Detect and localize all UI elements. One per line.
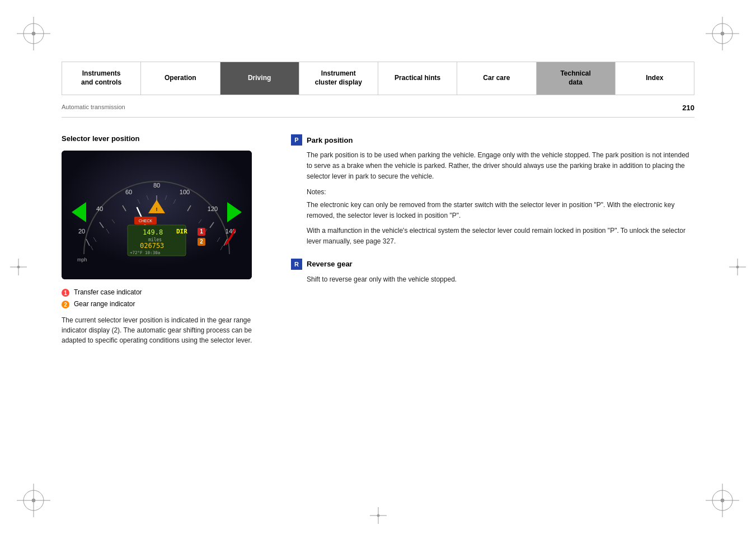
svg-text:+72°F  10:30a: +72°F 10:30a (130, 250, 160, 255)
park-note-1: The electronic key can only be removed f… (307, 200, 694, 221)
item-1-label: Transfer case indicator (74, 288, 142, 296)
numbered-items: 1 Transfer case indicator 2 Gear range i… (62, 288, 274, 308)
right-column: P Park position The park position is to … (291, 134, 694, 345)
corner-decoration-bl (17, 484, 50, 517)
park-note-2: With a malfunction in the vehicle's elec… (307, 226, 694, 247)
reverse-title: Reverse gear (307, 260, 353, 268)
svg-point-7 (721, 32, 724, 35)
svg-text:120: 120 (208, 205, 218, 212)
svg-text:CHECK: CHECK (139, 219, 153, 223)
item-2-label: Gear range indicator (74, 300, 135, 308)
park-title: Park position (307, 136, 353, 144)
park-header: P Park position (291, 134, 694, 146)
svg-text:40: 40 (96, 205, 103, 212)
section-description: The current selector lever position is i… (62, 315, 274, 345)
nav-index[interactable]: Index (616, 62, 694, 95)
svg-text:149.8: 149.8 (143, 228, 163, 236)
park-notes-label: Notes: (307, 187, 694, 198)
side-crosshair-bottom (370, 507, 387, 524)
svg-text:100: 100 (180, 189, 190, 195)
navbar: Instruments and controls Operation Drivi… (62, 62, 694, 95)
svg-text:80: 80 (153, 182, 160, 189)
svg-text:DIR: DIR (176, 228, 187, 235)
svg-text:026753: 026753 (140, 242, 164, 250)
cluster-image: 20 40 60 80 100 120 140 (62, 151, 252, 279)
svg-text:mph: mph (77, 257, 87, 263)
page-content: Automatic transmission 210 Selector leve… (62, 104, 694, 478)
park-badge: P (291, 134, 302, 146)
main-layout: Selector lever position 20 40 (62, 134, 694, 345)
svg-point-24 (377, 514, 379, 517)
item-2-badge: 2 (62, 301, 69, 308)
nav-car-care[interactable]: Car care (457, 62, 536, 95)
reverse-header: R Reverse gear (291, 259, 694, 270)
left-column: Selector lever position 20 40 (62, 134, 274, 345)
page-number: 210 (682, 104, 694, 112)
corner-decoration-tl (17, 17, 50, 50)
section-title: Selector lever position (62, 134, 274, 143)
svg-rect-26 (62, 151, 252, 279)
park-description: The park position is to be used when par… (307, 150, 694, 182)
svg-text:!: ! (156, 207, 158, 212)
item-2: 2 Gear range indicator (62, 300, 274, 308)
nav-practical-hints[interactable]: Practical hints (378, 62, 457, 95)
reverse-description: Shift to reverse gear only with the vehi… (307, 274, 694, 285)
side-crosshair-right (729, 259, 746, 275)
svg-point-15 (721, 499, 724, 502)
nav-instrument-cluster-display[interactable]: Instrument cluster display (299, 62, 378, 95)
svg-text:1: 1 (200, 228, 203, 235)
nav-operation[interactable]: Operation (141, 62, 220, 95)
reverse-section: R Reverse gear Shift to reverse gear onl… (291, 259, 694, 285)
svg-point-3 (32, 32, 35, 35)
breadcrumb: Automatic transmission (62, 104, 694, 110)
svg-point-11 (32, 499, 35, 502)
svg-text:2: 2 (200, 238, 203, 245)
svg-text:60: 60 (125, 189, 132, 195)
nav-instruments-and-controls[interactable]: Instruments and controls (62, 62, 141, 95)
reverse-body: Shift to reverse gear only with the vehi… (291, 274, 694, 285)
reverse-badge: R (291, 259, 302, 270)
nav-technical-data[interactable]: Technical data (537, 62, 616, 95)
svg-point-21 (736, 266, 739, 268)
corner-decoration-tr (706, 17, 739, 50)
item-1-badge: 1 (62, 289, 69, 297)
corner-decoration-br (706, 484, 739, 517)
svg-point-18 (17, 266, 20, 268)
svg-text:20: 20 (78, 228, 85, 235)
park-body: The park position is to be used when par… (291, 150, 694, 247)
nav-driving[interactable]: Driving (220, 62, 299, 95)
park-section: P Park position The park position is to … (291, 134, 694, 247)
side-crosshair-left (10, 259, 27, 275)
item-1: 1 Transfer case indicator (62, 288, 274, 297)
